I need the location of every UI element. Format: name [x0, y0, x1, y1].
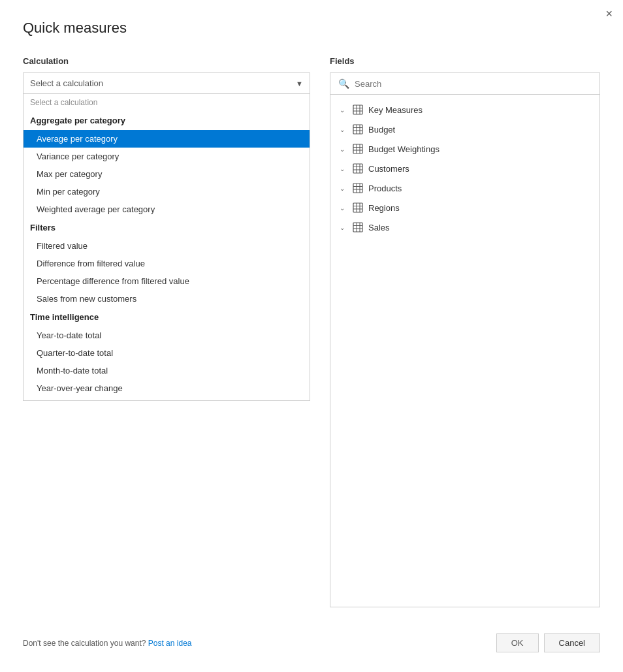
- list-item-max-per-category[interactable]: Max per category: [24, 165, 310, 183]
- right-panel: Fields 🔍 ⌄: [330, 56, 600, 607]
- quick-measures-dialog: × Quick measures Calculation Select a ca…: [0, 0, 623, 672]
- svg-rect-25: [353, 203, 362, 212]
- ok-button[interactable]: OK: [496, 633, 539, 652]
- field-item-budget[interactable]: ⌄ Budget: [330, 120, 599, 139]
- close-button[interactable]: ×: [605, 8, 613, 20]
- list-item-variance-per-category[interactable]: Variance per category: [24, 148, 310, 165]
- field-name-customers: Customers: [368, 164, 409, 174]
- search-box: 🔍: [330, 72, 600, 95]
- svg-rect-10: [353, 144, 362, 153]
- svg-rect-15: [353, 164, 362, 173]
- field-name-budget-weightings: Budget Weightings: [368, 144, 439, 154]
- table-icon: [353, 163, 363, 174]
- chevron-icon: ⌄: [340, 204, 347, 212]
- calculation-list[interactable]: Select a calculation Aggregate per categ…: [23, 94, 310, 401]
- chevron-icon: ⌄: [340, 146, 347, 153]
- svg-rect-5: [353, 125, 362, 134]
- post-idea-link[interactable]: Post an idea: [148, 639, 192, 648]
- list-item-diff-filtered[interactable]: Difference from filtered value: [24, 255, 310, 272]
- field-name-budget: Budget: [368, 125, 395, 135]
- fields-list: ⌄ Key Measures ⌄: [330, 95, 600, 607]
- group-header-filters: Filters: [24, 218, 310, 237]
- list-item-yoy-change[interactable]: Year-over-year change: [24, 379, 310, 397]
- group-header-time-intelligence: Time intelligence: [24, 308, 310, 327]
- footer: Don't see the calculation you want? Post…: [23, 627, 600, 652]
- list-item-qoq-change[interactable]: Quarter-over-quarter change: [24, 397, 310, 401]
- cancel-button[interactable]: Cancel: [544, 633, 600, 652]
- calculation-label: Calculation: [23, 56, 310, 66]
- svg-rect-30: [353, 223, 362, 232]
- dropdown-arrow-icon: ▼: [296, 80, 303, 88]
- list-item-qtd-total[interactable]: Quarter-to-date total: [24, 344, 310, 362]
- chevron-icon: ⌄: [340, 126, 347, 133]
- table-icon: [353, 222, 363, 232]
- table-icon: [353, 144, 363, 154]
- list-item-filtered-value[interactable]: Filtered value: [24, 237, 310, 255]
- field-item-sales[interactable]: ⌄ Sales: [330, 217, 599, 237]
- list-item-pct-diff-filtered[interactable]: Percentage difference from filtered valu…: [24, 272, 310, 290]
- dropdown-placeholder: Select a calculation: [30, 78, 103, 88]
- field-name-sales: Sales: [368, 223, 390, 232]
- list-item-average-per-category[interactable]: Average per category: [24, 130, 310, 148]
- fields-label: Fields: [330, 56, 600, 66]
- table-icon: [353, 104, 363, 115]
- table-icon: [353, 124, 363, 135]
- list-item-min-per-category[interactable]: Min per category: [24, 183, 310, 200]
- field-name-products: Products: [368, 184, 402, 193]
- field-item-products[interactable]: ⌄ Products: [330, 178, 599, 198]
- dialog-title: Quick measures: [23, 20, 600, 37]
- svg-rect-20: [353, 184, 362, 193]
- list-item-sales-new-customers[interactable]: Sales from new customers: [24, 290, 310, 308]
- left-panel: Calculation Select a calculation ▼ Selec…: [23, 56, 310, 607]
- calculation-dropdown[interactable]: Select a calculation ▼: [23, 72, 310, 94]
- group-header-aggregate: Aggregate per category: [24, 111, 310, 130]
- svg-rect-0: [353, 105, 362, 114]
- field-name-key-measures: Key Measures: [368, 105, 423, 115]
- table-icon: [353, 183, 363, 193]
- content-area: Calculation Select a calculation ▼ Selec…: [23, 56, 600, 607]
- list-item-ytd-total[interactable]: Year-to-date total: [24, 327, 310, 344]
- list-item-weighted-average[interactable]: Weighted average per category: [24, 200, 310, 218]
- chevron-icon: ⌄: [340, 165, 347, 172]
- footer-text: Don't see the calculation you want? Post…: [23, 639, 191, 648]
- list-placeholder: Select a calculation: [24, 94, 310, 111]
- chevron-icon: ⌄: [340, 106, 347, 114]
- chevron-icon: ⌄: [340, 224, 347, 231]
- footer-buttons: OK Cancel: [496, 633, 600, 652]
- field-item-customers[interactable]: ⌄ Customers: [330, 159, 599, 178]
- table-icon: [353, 202, 363, 213]
- search-icon: 🔍: [338, 78, 349, 89]
- field-item-key-measures[interactable]: ⌄ Key Measures: [330, 100, 599, 120]
- search-input[interactable]: [355, 79, 592, 89]
- field-item-regions[interactable]: ⌄ Regions: [330, 198, 599, 217]
- list-item-mtd-total[interactable]: Month-to-date total: [24, 362, 310, 379]
- field-name-regions: Regions: [368, 203, 400, 213]
- field-item-budget-weightings[interactable]: ⌄ Budget Weightings: [330, 139, 599, 159]
- chevron-icon: ⌄: [340, 185, 347, 192]
